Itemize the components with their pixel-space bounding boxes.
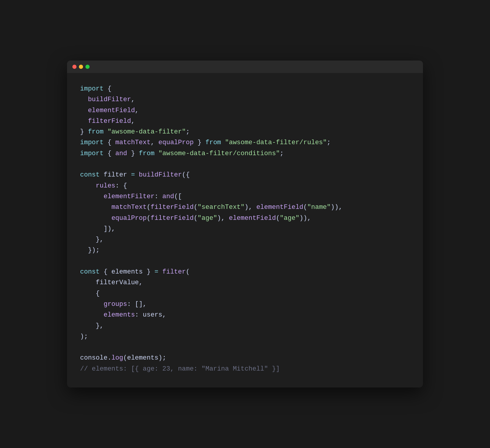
minimize-button[interactable] — [79, 65, 83, 69]
code-line: ]), — [80, 224, 410, 234]
code-line: } from "awsome-data-filter"; — [80, 127, 410, 137]
code-line: }); — [80, 245, 410, 256]
close-button[interactable] — [72, 65, 77, 69]
maximize-button[interactable] — [85, 65, 90, 69]
code-line — [80, 342, 410, 353]
code-line — [80, 256, 410, 267]
code-line: const { elements } = filter( — [80, 267, 410, 277]
title-bar — [67, 61, 423, 73]
code-content: import { buildFilter, elementField, filt… — [67, 73, 423, 387]
code-line — [80, 159, 410, 170]
code-line: import { matchText, equalProp } from "aw… — [80, 137, 410, 148]
code-line: filterValue, — [80, 277, 410, 288]
code-line: }, — [80, 234, 410, 245]
code-line: }, — [80, 321, 410, 331]
code-line: import { — [80, 84, 410, 94]
code-line: rules: { — [80, 181, 410, 191]
code-line: elements: users, — [80, 310, 410, 320]
code-line: { — [80, 288, 410, 299]
code-line: elementFilter: and([ — [80, 191, 410, 202]
code-line: matchText(filterField("searchText"), ele… — [80, 202, 410, 213]
code-editor-window: import { buildFilter, elementField, filt… — [67, 61, 423, 387]
code-line: elementField, — [80, 105, 410, 116]
code-line: ); — [80, 331, 410, 342]
code-line-comment: // elements: [{ age: 23, name: "Marina M… — [80, 364, 410, 374]
code-line: equalProp(filterField("age"), elementFie… — [80, 213, 410, 224]
code-line: import { and } from "awsome-data-filter/… — [80, 148, 410, 159]
code-line: const filter = buildFilter({ — [80, 170, 410, 180]
code-line: buildFilter, — [80, 94, 410, 105]
code-line: console.log(elements); — [80, 353, 410, 363]
code-line: filterField, — [80, 116, 410, 127]
code-line: groups: [], — [80, 299, 410, 310]
